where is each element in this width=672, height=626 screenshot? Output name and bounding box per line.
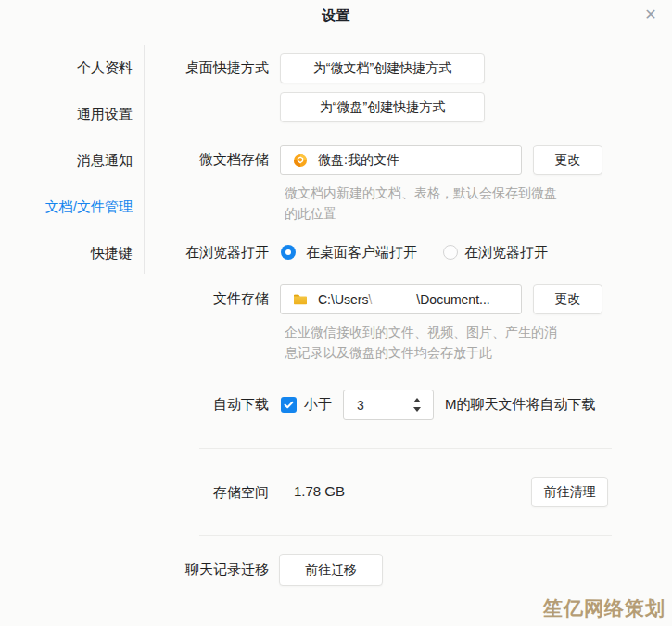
create-docs-shortcut-button[interactable]: 为“微文档”创建快捷方式	[280, 53, 485, 83]
doc-storage-label: 微文档存储	[199, 150, 269, 169]
file-storage-change-button[interactable]: 更改	[533, 284, 602, 314]
redacted-username	[373, 291, 415, 304]
doc-storage-location[interactable]: 微盘:我的文件	[280, 145, 522, 175]
sidebar-item-general[interactable]: 通用设置	[0, 105, 133, 123]
close-icon[interactable]: ✕	[641, 6, 660, 24]
sidebar-divider	[144, 45, 145, 274]
go-migrate-button[interactable]: 前往迁移	[279, 554, 383, 586]
stepper-down-icon[interactable]	[413, 407, 421, 412]
size-limit-value: 3	[344, 398, 413, 413]
auto-download-checkbox[interactable]	[281, 397, 297, 413]
doc-storage-change-button[interactable]: 更改	[533, 145, 602, 175]
sidebar-item-profile[interactable]: 个人资料	[0, 58, 133, 77]
wedrive-icon	[293, 153, 308, 168]
stepper-up-icon[interactable]	[413, 398, 421, 402]
check-icon	[284, 400, 294, 410]
file-storage-location[interactable]: C:\Users\\Document...	[280, 284, 522, 314]
sidebar-item-docs-files[interactable]: 文档/文件管理	[0, 198, 133, 216]
size-limit-stepper[interactable]: 3	[343, 390, 434, 420]
storage-space-label: 存储空间	[213, 483, 269, 502]
create-drive-shortcut-button[interactable]: 为“微盘”创建快捷方式	[280, 92, 485, 122]
file-storage-path: C:\Users\\Document...	[318, 291, 490, 307]
storage-space-value: 1.78 GB	[294, 483, 345, 499]
radio-open-desktop[interactable]	[281, 245, 296, 260]
go-clean-button[interactable]: 前往清理	[531, 477, 608, 507]
sidebar-item-notifications[interactable]: 消息通知	[0, 151, 133, 170]
sidebar-item-shortcuts[interactable]: 快捷键	[0, 244, 133, 262]
radio-open-browser-label[interactable]: 在浏览器打开	[464, 243, 548, 262]
section-divider-1	[199, 448, 612, 449]
watermark-text: 笙亿网络策划	[543, 595, 666, 621]
stepper-arrows[interactable]	[413, 398, 433, 412]
chat-migration-label: 聊天记录迁移	[185, 560, 269, 579]
file-storage-label: 文件存储	[213, 289, 269, 308]
radio-open-desktop-label[interactable]: 在桌面客户端打开	[306, 243, 417, 262]
doc-storage-hint: 微文档内新建的文档、表格，默认会保存到微盘 的此位置	[285, 183, 557, 224]
file-storage-hint: 企业微信接收到的文件、视频、图片、产生的消 息记录以及微盘的文件均会存放于此	[285, 322, 557, 363]
open-in-label: 在浏览器打开	[185, 243, 269, 262]
section-divider-2	[199, 535, 612, 536]
radio-open-browser[interactable]	[443, 245, 458, 260]
folder-icon	[293, 292, 308, 307]
doc-storage-path: 微盘:我的文件	[318, 152, 399, 169]
auto-download-label: 自动下载	[213, 395, 269, 414]
dialog-title: 设置	[0, 7, 672, 25]
auto-download-prefix: 小于	[304, 395, 332, 414]
auto-download-suffix: M的聊天文件将自动下载	[445, 395, 596, 414]
settings-dialog: 设置 ✕ 个人资料 通用设置 消息通知 文档/文件管理 快捷键 桌面快捷方式 为…	[0, 0, 672, 626]
desktop-shortcut-label: 桌面快捷方式	[185, 58, 269, 77]
